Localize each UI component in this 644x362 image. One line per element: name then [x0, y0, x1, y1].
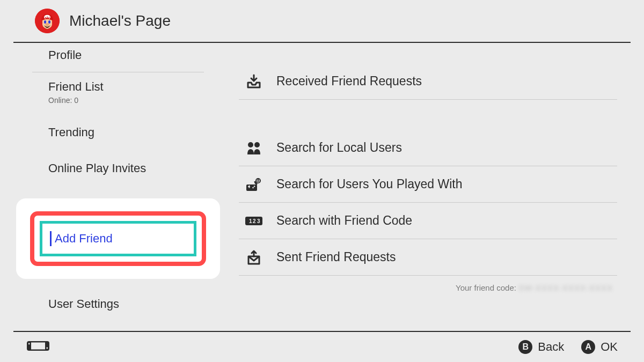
svg-point-2 — [44, 20, 46, 24]
sidebar-item-label: Friend List — [48, 80, 104, 93]
svg-rect-9 — [249, 185, 250, 188]
friend-code-value: SW-XXXX-XXXX-XXXX — [518, 283, 613, 292]
back-label: Back — [538, 340, 564, 354]
svg-point-14 — [259, 179, 260, 180]
section-gap — [239, 100, 617, 130]
row-search-local-users[interactable]: Search for Local Users — [239, 130, 617, 166]
footer-controls: B Back A OK — [518, 340, 618, 354]
row-label: Received Friend Requests — [276, 74, 422, 88]
ok-button[interactable]: A OK — [581, 340, 618, 354]
svg-text:3: 3 — [257, 218, 260, 224]
svg-point-12 — [255, 178, 261, 183]
sidebar-item-add-friend[interactable]: Add Friend — [42, 224, 194, 254]
row-label: Search with Friend Code — [276, 213, 412, 228]
header: Michael's Page — [13, 0, 631, 43]
mario-avatar-icon — [35, 9, 60, 33]
text-cursor-icon — [50, 231, 52, 246]
row-label: Search for Local Users — [276, 141, 402, 155]
ok-label: OK — [601, 340, 618, 354]
svg-point-10 — [254, 186, 255, 187]
back-button[interactable]: B Back — [518, 340, 564, 354]
svg-point-23 — [46, 348, 48, 349]
sidebar-item-trending[interactable]: Trending — [32, 115, 204, 151]
sidebar-item-label: Add Friend — [55, 232, 113, 246]
b-glyph-icon: B — [518, 340, 532, 354]
sidebar-item-label: User Settings — [48, 297, 119, 311]
friend-code-label: Your friend code: — [456, 283, 516, 292]
played-with-icon — [244, 177, 264, 192]
svg-text:1: 1 — [249, 218, 252, 224]
inbox-download-icon — [244, 74, 264, 89]
svg-point-3 — [48, 20, 50, 24]
svg-point-13 — [257, 179, 258, 180]
main-panel: Received Friend Requests Search for Loca… — [239, 63, 617, 292]
sidebar-item-sublabel: Online: 0 — [48, 96, 188, 105]
sidebar-item-label: Profile — [48, 48, 82, 62]
page-title: Michael's Page — [69, 12, 171, 29]
svg-point-6 — [254, 142, 260, 147]
selection-focus-ring: Add Friend — [40, 221, 196, 256]
svg-point-4 — [46, 23, 49, 26]
svg-text:2: 2 — [253, 218, 256, 224]
row-label: Search for Users You Played With — [276, 177, 462, 191]
svg-rect-7 — [246, 184, 257, 191]
sidebar-item-profile[interactable]: Profile — [32, 43, 204, 72]
row-search-played-with[interactable]: Search for Users You Played With — [239, 166, 617, 203]
sidebar-item-online-play-invites[interactable]: Online Play Invites — [32, 151, 204, 187]
sidebar: Profile Friend List Online: 0 Trending O… — [32, 43, 204, 322]
friend-code-icon: 1 2 3 — [244, 215, 264, 227]
sidebar-item-friend-list[interactable]: Friend List Online: 0 — [32, 72, 204, 115]
row-received-friend-requests[interactable]: Received Friend Requests — [239, 63, 617, 100]
sidebar-item-label: Online Play Invites — [48, 161, 146, 175]
sidebar-item-label: Trending — [48, 125, 94, 139]
console-icon — [26, 340, 50, 354]
row-sent-friend-requests[interactable]: Sent Friend Requests — [239, 239, 617, 276]
annotation-highlight-box: Add Friend — [16, 198, 220, 279]
friend-code-line: Your friend code: SW-XXXX-XXXX-XXXX — [239, 276, 617, 292]
a-glyph-icon: A — [581, 340, 595, 354]
svg-point-22 — [28, 343, 30, 345]
sidebar-item-user-settings[interactable]: User Settings — [32, 286, 204, 322]
row-search-friend-code[interactable]: 1 2 3 Search with Friend Code — [239, 203, 617, 239]
annotation-red-border: Add Friend — [30, 211, 206, 266]
svg-point-11 — [252, 187, 254, 188]
svg-rect-21 — [31, 343, 45, 350]
outbox-icon — [244, 250, 264, 265]
footer: B Back A OK — [13, 331, 631, 362]
avatar[interactable] — [35, 9, 60, 33]
row-label: Sent Friend Requests — [276, 250, 396, 264]
svg-point-5 — [248, 142, 253, 147]
two-users-icon — [244, 141, 264, 156]
